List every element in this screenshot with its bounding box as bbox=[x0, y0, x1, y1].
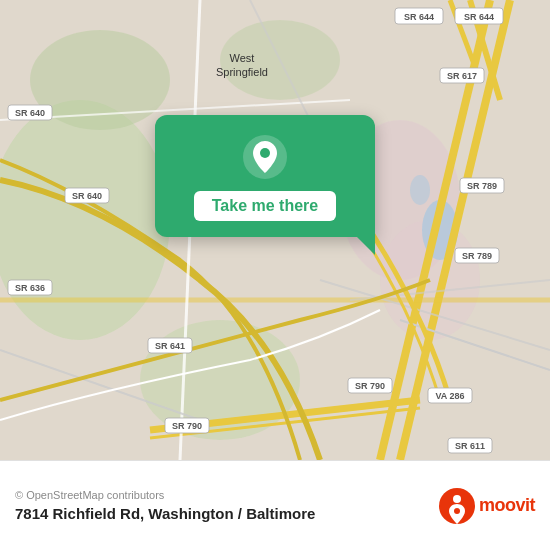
moovit-logo: moovit bbox=[439, 488, 535, 524]
svg-text:SR 644: SR 644 bbox=[404, 12, 434, 22]
svg-text:West: West bbox=[230, 52, 255, 64]
svg-text:SR 644: SR 644 bbox=[464, 12, 494, 22]
svg-point-54 bbox=[453, 495, 461, 503]
address-container: 7814 Richfield Rd, Washington / Baltimor… bbox=[15, 505, 315, 522]
svg-text:SR 790: SR 790 bbox=[172, 421, 202, 431]
footer-address: © OpenStreetMap contributors 7814 Richfi… bbox=[15, 489, 315, 522]
svg-text:SR 611: SR 611 bbox=[455, 441, 485, 451]
svg-text:SR 641: SR 641 bbox=[155, 341, 185, 351]
moovit-icon bbox=[439, 488, 475, 524]
take-me-there-button[interactable]: Take me there bbox=[194, 191, 336, 221]
map-container: SR 644 SR 644 SR 617 SR 640 SR 640 SR 78… bbox=[0, 0, 550, 460]
svg-point-8 bbox=[410, 175, 430, 205]
svg-point-55 bbox=[454, 508, 460, 514]
svg-text:SR 636: SR 636 bbox=[15, 283, 45, 293]
svg-text:Springfield: Springfield bbox=[216, 66, 268, 78]
popup-card: Take me there bbox=[155, 115, 375, 237]
svg-text:SR 640: SR 640 bbox=[15, 108, 45, 118]
copyright-text: © OpenStreetMap contributors bbox=[15, 489, 315, 501]
svg-point-52 bbox=[260, 148, 270, 158]
svg-text:SR 790: SR 790 bbox=[355, 381, 385, 391]
svg-text:SR 640: SR 640 bbox=[72, 191, 102, 201]
svg-text:SR 617: SR 617 bbox=[447, 71, 477, 81]
svg-text:SR 789: SR 789 bbox=[467, 181, 497, 191]
location-pin-icon bbox=[241, 133, 289, 181]
svg-text:VA 286: VA 286 bbox=[435, 391, 464, 401]
footer-bar: © OpenStreetMap contributors 7814 Richfi… bbox=[0, 460, 550, 550]
svg-text:SR 789: SR 789 bbox=[462, 251, 492, 261]
moovit-text: moovit bbox=[479, 495, 535, 516]
